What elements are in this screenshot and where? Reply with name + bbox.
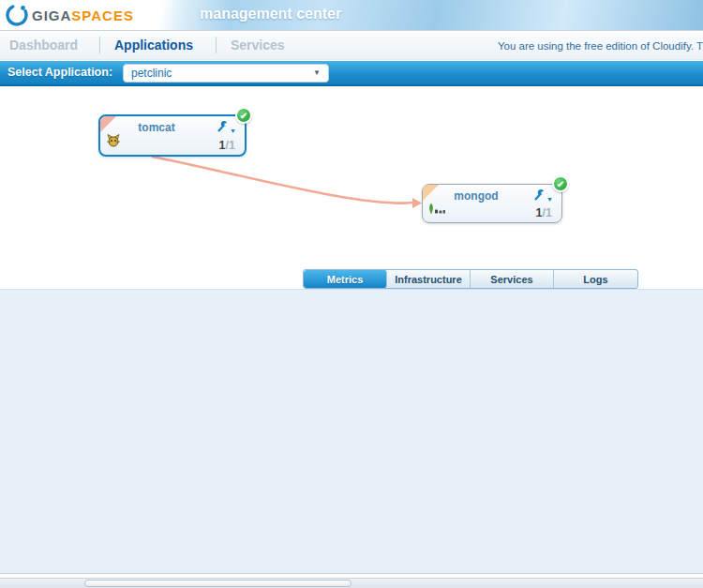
nav-item-applications[interactable]: Applications — [114, 38, 193, 53]
wrench-icon — [217, 120, 230, 132]
gigaspaces-swirl-icon — [6, 4, 28, 26]
management-center-app: GIGASPACES management center Dashboard A… — [0, 0, 703, 588]
nav-item-services[interactable]: Services — [231, 38, 285, 53]
application-dropdown[interactable]: petclinic ▼ — [123, 64, 329, 83]
application-dropdown-value: petclinic — [131, 67, 172, 80]
tab-logs[interactable]: Logs — [554, 270, 637, 288]
header: GIGASPACES management center — [0, 0, 703, 31]
status-ok-badge: ✔ — [235, 107, 252, 124]
node-name: mongod — [423, 189, 530, 203]
brand-giga: GIGA — [32, 8, 71, 23]
app-selector-bar: Select Application: petclinic ▼ — [0, 61, 703, 86]
scrollbar-thumb[interactable] — [84, 580, 352, 587]
instance-count: 1/1 — [219, 139, 235, 152]
nav-item-dashboard[interactable]: Dashboard — [9, 38, 78, 53]
main-nav: Dashboard Applications Services You are … — [0, 32, 703, 60]
brand-spaces: SPACES — [71, 8, 134, 23]
chevron-down-icon: ▼ — [313, 69, 321, 77]
metrics-section: Process Cpu Usage▼Min/Max, AverageDeviat… — [0, 289, 703, 574]
chevron-down-icon: ▼ — [546, 196, 553, 203]
wrench-icon — [533, 188, 546, 201]
instance-count: 1/1 — [536, 206, 552, 219]
free-edition-notice: You are using the free edition of Cloudi… — [498, 40, 703, 52]
horizontal-scrollbar[interactable] — [0, 578, 703, 588]
tomcat-logo-icon — [106, 134, 121, 152]
tab-infrastructure[interactable]: Infrastructure — [387, 270, 471, 288]
node-tomcat[interactable]: tomcat 1/1 ▼ — [98, 114, 247, 157]
nav-separator — [216, 37, 217, 53]
page-title: management center — [200, 6, 341, 23]
node-actions-button[interactable]: ▼ — [217, 120, 237, 135]
metrics-tab-bar: Metrics Infrastructure Services Logs — [303, 269, 638, 289]
app-selector-label: Select Application: — [7, 66, 112, 79]
node-name: tomcat — [100, 121, 213, 134]
gigaspaces-logo: GIGASPACES — [6, 4, 134, 26]
dependency-arrow — [0, 86, 703, 264]
mongodb-leaf-icon — [428, 203, 449, 219]
status-ok-badge: ✔ — [552, 175, 569, 192]
node-mongod[interactable]: mongod 1/1 ▼ ✔ — [422, 184, 562, 223]
node-actions-button[interactable]: ▼ — [533, 188, 554, 204]
application-topology: tomcat 1/1 ▼ — [0, 86, 703, 264]
nav-separator — [99, 37, 100, 53]
chevron-down-icon: ▼ — [230, 128, 236, 134]
tab-services[interactable]: Services — [471, 270, 554, 288]
tab-metrics[interactable]: Metrics — [304, 270, 387, 288]
